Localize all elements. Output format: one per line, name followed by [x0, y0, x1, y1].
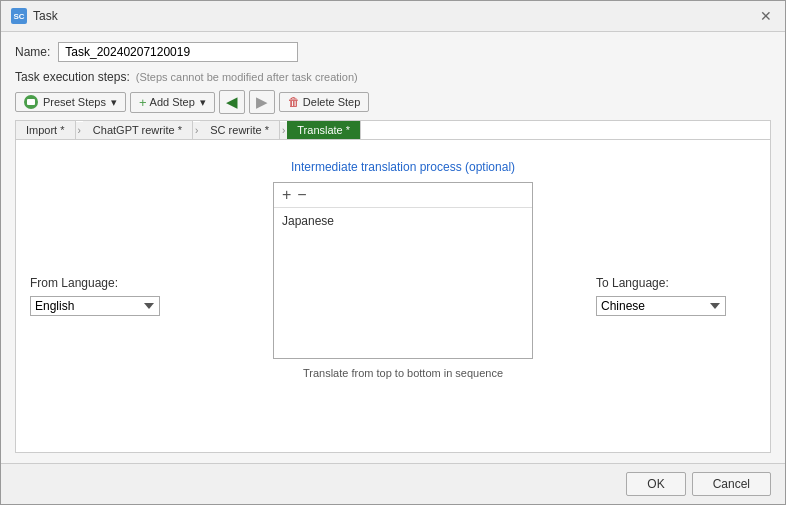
delete-step-button[interactable]: 🗑 Delete Step: [279, 92, 369, 112]
intermediate-list: Japanese: [274, 208, 532, 358]
tab-chatgpt-rewrite[interactable]: ChatGPT rewrite *: [83, 121, 193, 139]
add-step-button[interactable]: + Add Step ▾: [130, 92, 215, 113]
window-title: Task: [33, 9, 58, 23]
title-bar: SC Task ✕: [1, 1, 785, 32]
intermediate-item: Japanese: [282, 212, 524, 230]
nav-forward-button[interactable]: ▶: [249, 90, 275, 114]
from-language-label: From Language:: [30, 276, 118, 290]
to-language-section: To Language: Chinese English Japanese Ko…: [596, 160, 756, 432]
add-icon: +: [139, 95, 147, 110]
window-icon: SC: [11, 8, 27, 24]
name-input[interactable]: [58, 42, 298, 62]
tab-arrow-1: ›: [76, 122, 83, 139]
cancel-button[interactable]: Cancel: [692, 472, 771, 496]
steps-note: (Steps cannot be modified after task cre…: [136, 71, 358, 83]
intermediate-section: Intermediate translation process (option…: [210, 160, 596, 432]
close-button[interactable]: ✕: [757, 7, 775, 25]
intermediate-remove-button[interactable]: −: [297, 187, 306, 203]
preset-icon: [24, 95, 38, 109]
dialog-content: Name: Task execution steps: (Steps canno…: [1, 32, 785, 463]
preset-steps-label: Preset Steps: [43, 96, 106, 108]
name-row: Name:: [15, 42, 771, 62]
add-dropdown-arrow: ▾: [200, 96, 206, 109]
intermediate-box: + − Japanese: [273, 182, 533, 359]
to-language-label: To Language:: [596, 276, 669, 290]
translate-panel: From Language: English Chinese Japanese …: [15, 140, 771, 453]
tab-sc-rewrite[interactable]: SC rewrite *: [200, 121, 280, 139]
steps-label-row: Task execution steps: (Steps cannot be m…: [15, 70, 771, 84]
intermediate-label: Intermediate translation process (option…: [291, 160, 515, 174]
from-language-select[interactable]: English Chinese Japanese Korean French: [30, 296, 160, 316]
delete-icon: 🗑: [288, 95, 300, 109]
name-label: Name:: [15, 45, 50, 59]
bottom-bar: OK Cancel: [1, 463, 785, 504]
ok-button[interactable]: OK: [626, 472, 685, 496]
from-language-section: From Language: English Chinese Japanese …: [30, 160, 210, 432]
delete-step-label: Delete Step: [303, 96, 360, 108]
add-step-label: Add Step: [150, 96, 195, 108]
tab-import[interactable]: Import *: [16, 121, 76, 139]
intermediate-bottom-note: Translate from top to bottom in sequence: [303, 367, 503, 379]
toolbar: Preset Steps ▾ + Add Step ▾ ◀ ▶ 🗑 Delete…: [15, 90, 771, 114]
to-language-select[interactable]: Chinese English Japanese Korean French: [596, 296, 726, 316]
steps-label: Task execution steps:: [15, 70, 130, 84]
preset-dropdown-arrow: ▾: [111, 96, 117, 109]
tabs-row: Import * › ChatGPT rewrite * › SC rewrit…: [15, 120, 771, 140]
intermediate-toolbar: + −: [274, 183, 532, 208]
tab-arrow-2: ›: [193, 122, 200, 139]
nav-back-button[interactable]: ◀: [219, 90, 245, 114]
tab-arrow-3: ›: [280, 122, 287, 139]
back-arrow-icon: ◀: [226, 93, 238, 110]
forward-arrow-icon: ▶: [256, 93, 268, 110]
main-window: SC Task ✕ Name: Task execution steps: (S…: [0, 0, 786, 505]
tab-translate[interactable]: Translate *: [287, 121, 361, 139]
preset-steps-button[interactable]: Preset Steps ▾: [15, 92, 126, 112]
intermediate-add-button[interactable]: +: [282, 187, 291, 203]
